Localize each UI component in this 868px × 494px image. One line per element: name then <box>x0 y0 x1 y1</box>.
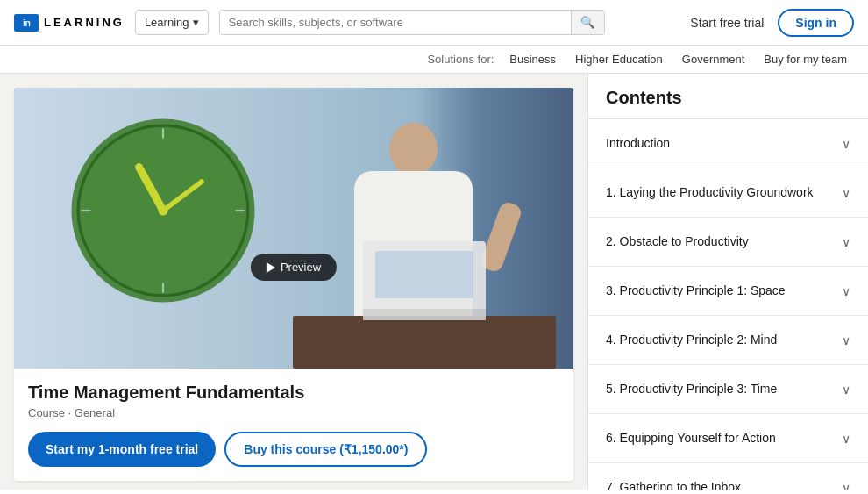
course-info: Time Management Fundamentals Course · Ge… <box>14 369 573 481</box>
clock-graphic <box>67 114 260 307</box>
preview-label: Preview <box>281 261 321 274</box>
sub-nav-buy-for-team[interactable]: Buy for my team <box>757 53 854 66</box>
content-item-label: 3. Productivity Principle 1: Space <box>606 283 842 300</box>
course-type: Course <box>28 406 65 419</box>
sub-nav-higher-education[interactable]: Higher Education <box>568 53 670 66</box>
chevron-down-icon: ∨ <box>842 333 850 347</box>
course-actions: Start my 1-month free trial Buy this cou… <box>28 432 559 467</box>
sub-nav-government[interactable]: Government <box>675 53 752 66</box>
start-trial-button[interactable]: Start my 1-month free trial <box>28 432 216 467</box>
course-card: Preview Time Management Fundamentals Cou… <box>14 88 573 481</box>
search-button[interactable]: 🔍 <box>571 11 604 34</box>
content-item-mind[interactable]: 4. Productivity Principle 2: Mind ∨ <box>588 316 868 365</box>
learning-logo-text: LEARNING <box>44 16 125 29</box>
course-meta: Course · General <box>28 406 559 419</box>
search-bar: 🔍 <box>219 10 605 35</box>
contents-list: Introduction ∨ 1. Laying the Productivit… <box>588 119 868 490</box>
chevron-down-icon: ∨ <box>842 186 850 200</box>
sign-in-button[interactable]: Sign in <box>778 9 854 37</box>
content-item-label: 1. Laying the Productivity Groundwork <box>606 184 842 202</box>
course-category: General <box>75 406 115 419</box>
content-item-obstacle[interactable]: 2. Obstacle to Productivity ∨ <box>588 218 868 267</box>
learning-dropdown-label: Learning <box>145 16 189 29</box>
content-item-label: 4. Productivity Principle 2: Mind <box>606 332 842 349</box>
preview-button[interactable]: Preview <box>251 254 337 281</box>
main-content: Preview Time Management Fundamentals Cou… <box>0 74 868 490</box>
sub-nav: Solutions for: Business Higher Education… <box>0 46 868 74</box>
content-item-label: 5. Productivity Principle 3: Time <box>606 381 842 398</box>
content-item-time[interactable]: 5. Productivity Principle 3: Time ∨ <box>588 365 868 414</box>
course-title: Time Management Fundamentals <box>28 383 559 403</box>
content-item-equipping[interactable]: 6. Equipping Yourself for Action ∨ <box>588 414 868 463</box>
laptop-shape <box>363 241 486 320</box>
chevron-down-icon: ▾ <box>193 16 199 29</box>
content-item-groundwork[interactable]: 1. Laying the Productivity Groundwork ∨ <box>588 168 868 218</box>
search-icon: 🔍 <box>580 16 595 29</box>
header-actions: Start free trial Sign in <box>690 9 854 37</box>
chevron-down-icon: ∨ <box>842 432 850 446</box>
chevron-down-icon: ∨ <box>842 383 850 397</box>
left-panel: Preview Time Management Fundamentals Cou… <box>0 74 587 490</box>
content-item-space[interactable]: 3. Productivity Principle 1: Space ∨ <box>588 267 868 316</box>
content-item-label: 7. Gathering to the Inbox <box>606 479 842 490</box>
content-item-gathering[interactable]: 7. Gathering to the Inbox ∨ <box>588 463 868 490</box>
content-item-label: Introduction <box>606 135 842 153</box>
right-panel: Contents Introduction ∨ 1. Laying the Pr… <box>587 74 868 490</box>
header: in LEARNING Learning ▾ 🔍 Start free tria… <box>0 0 868 46</box>
content-item-label: 6. Equipping Yourself for Action <box>606 430 842 447</box>
image-simulation: Preview <box>14 88 573 369</box>
table-shape <box>293 316 556 369</box>
content-item-introduction[interactable]: Introduction ∨ <box>588 119 868 168</box>
sub-nav-business[interactable]: Business <box>502 53 563 66</box>
buy-course-button[interactable]: Buy this course (₹1,150.00*) <box>224 432 427 467</box>
learning-dropdown[interactable]: Learning ▾ <box>135 10 209 35</box>
chevron-down-icon: ∨ <box>842 137 850 151</box>
course-image: Preview <box>14 88 573 369</box>
svg-point-5 <box>159 206 168 216</box>
content-item-label: 2. Obstacle to Productivity <box>606 233 842 251</box>
chevron-down-icon: ∨ <box>842 235 850 249</box>
logo-area: in LEARNING <box>14 14 125 32</box>
play-icon <box>267 262 275 273</box>
contents-header: Contents <box>588 74 868 119</box>
linkedin-logo: in <box>14 14 39 32</box>
solutions-label: Solutions for: <box>427 53 494 66</box>
chevron-down-icon: ∨ <box>842 481 850 490</box>
course-meta-separator: · <box>68 406 75 419</box>
free-trial-link[interactable]: Start free trial <box>690 16 764 30</box>
search-input[interactable] <box>220 11 571 34</box>
chevron-down-icon: ∨ <box>842 284 850 298</box>
